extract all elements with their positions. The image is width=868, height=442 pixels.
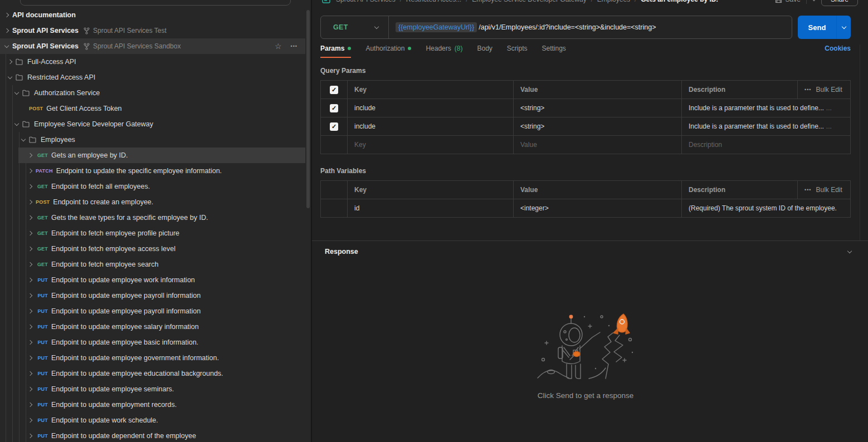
sidebar-folder-item[interactable]: Employees [0, 132, 305, 148]
description-cell[interactable]: Description [681, 136, 850, 154]
chevron-right-icon[interactable] [25, 247, 36, 251]
chevron-right-icon[interactable] [25, 169, 36, 173]
sidebar-scrollbar[interactable] [306, 10, 310, 208]
sidebar-folder-item[interactable]: Restricted Access API [0, 70, 305, 85]
row-checkbox[interactable] [330, 122, 338, 131]
share-button[interactable]: Share [821, 0, 858, 6]
chevron-right-icon[interactable] [25, 356, 36, 360]
more-options-icon[interactable]: ••• [291, 43, 298, 49]
chevron-down-icon[interactable] [18, 139, 29, 141]
chevron-right-icon[interactable] [25, 185, 36, 188]
chevron-right-icon[interactable] [25, 263, 36, 266]
chevron-right-icon[interactable] [25, 403, 36, 406]
sidebar-request-item[interactable]: PUTEndpoint to update employee salary in… [0, 319, 305, 335]
sidebar-request-item[interactable]: PUTEndpoint to update employee work info… [0, 272, 305, 288]
sidebar-folder-item[interactable]: Employee Service Developer Gateway [0, 116, 305, 132]
sidebar-collection-item[interactable]: Sprout API ServicesSprout API Services S… [0, 38, 305, 54]
url-input[interactable]: {{employeeGatewayUrl}} /api/v1/Employees… [389, 22, 792, 32]
chevron-down-icon[interactable] [1, 46, 12, 47]
chevron-right-icon[interactable] [25, 310, 36, 313]
chevron-right-icon[interactable] [1, 13, 12, 17]
description-cell[interactable]: Include is a parameter that is used to d… [681, 117, 850, 135]
sidebar-request-item[interactable]: PUTEndpoint to update employee basic inf… [0, 335, 305, 350]
value-cell[interactable]: Value [513, 136, 681, 154]
value-cell[interactable]: <integer> [513, 199, 681, 217]
sidebar-request-item[interactable]: PUTEndpoint to update employee payroll i… [0, 303, 305, 319]
tab-authorization[interactable]: Authorization [365, 45, 411, 58]
bulk-edit-button[interactable]: •••Bulk Edit [797, 81, 850, 99]
save-options-chevron-icon[interactable] [812, 0, 816, 1]
sidebar-request-item[interactable]: POSTEndpoint to create an employee. [0, 194, 305, 210]
tab-headers[interactable]: Headers(8) [426, 45, 462, 58]
sidebar-request-item[interactable]: GETEndpoint to fetch employee access lev… [0, 241, 305, 257]
chevron-right-icon[interactable] [25, 387, 36, 391]
sidebar-request-item[interactable]: PUTEndpoint to update work schedule. [0, 412, 305, 428]
cookies-link[interactable]: Cookies [825, 45, 851, 52]
sidebar-request-item[interactable]: GETEndpoint to fetch employee profile pi… [0, 225, 305, 241]
chevron-right-icon[interactable] [25, 154, 36, 157]
sidebar-request-item[interactable]: PUTEndpoint to update employee seminars. [0, 381, 305, 397]
row-checkbox[interactable] [330, 104, 338, 112]
key-cell[interactable]: include [347, 117, 513, 135]
sidebar-request-item[interactable]: PUTEndpoint to update employment records… [0, 397, 305, 412]
chevron-right-icon[interactable] [25, 434, 36, 438]
sidebar-collection-item[interactable]: Sprout API ServicesSprout API Services T… [0, 23, 305, 38]
sidebar-request-item[interactable]: PATCHEndpoint to update the specific emp… [0, 163, 305, 179]
chevron-right-icon[interactable] [4, 60, 16, 63]
sidebar-request-item[interactable]: GETGets the leave types for a specific e… [0, 210, 305, 225]
tab-body[interactable]: Body [477, 45, 492, 58]
breadcrumb-segment[interactable]: Employee Service Developer Gateway [472, 0, 586, 3]
chevron-right-icon[interactable] [25, 232, 36, 235]
truncation-ellipsis[interactable]: ... [826, 104, 832, 112]
sidebar-request-item[interactable]: PUTEndpoint to update employee education… [0, 366, 305, 381]
chevron-down-icon[interactable] [11, 124, 22, 125]
chevron-down-icon[interactable] [11, 92, 22, 94]
chevron-right-icon[interactable] [25, 419, 36, 422]
description-cell[interactable]: Include is a parameter that is used to d… [681, 99, 850, 117]
value-cell[interactable]: <string> [513, 117, 681, 135]
key-cell[interactable]: Key [347, 136, 513, 154]
chevron-right-icon[interactable] [25, 278, 36, 282]
key-cell[interactable]: id [347, 199, 513, 217]
method-selector[interactable]: GET [321, 16, 389, 38]
row-select-cell[interactable] [321, 117, 347, 135]
row-select-cell[interactable] [321, 99, 347, 117]
send-button[interactable]: Send [798, 16, 836, 39]
tab-settings[interactable]: Settings [542, 45, 566, 58]
sidebar-request-item[interactable]: POSTGet Client Access Token [0, 101, 305, 116]
response-header[interactable]: Response [312, 241, 868, 262]
chevron-right-icon[interactable] [25, 341, 36, 344]
chevron-right-icon[interactable] [25, 325, 36, 328]
chevron-right-icon[interactable] [25, 372, 36, 375]
sidebar-folder-item[interactable]: Authorization Service [0, 85, 305, 101]
value-cell[interactable]: <string> [513, 99, 681, 117]
select-all-cell[interactable] [321, 81, 347, 99]
save-button[interactable]: Save [775, 0, 801, 3]
chevron-down-icon[interactable] [4, 77, 16, 78]
sidebar-request-item[interactable]: PUTEndpoint to update dependent of the e… [0, 428, 305, 442]
sidebar-request-item[interactable]: GETEndpoint to fetch employee search [0, 257, 305, 272]
sidebar-request-item[interactable]: GETGets an employee by ID. [0, 148, 305, 163]
chevron-right-icon[interactable] [25, 216, 36, 219]
sidebar-search-input[interactable] [20, 0, 291, 6]
select-all-checkbox[interactable] [330, 86, 338, 94]
truncation-ellipsis[interactable]: ... [826, 122, 832, 130]
key-cell[interactable]: include [347, 99, 513, 117]
sidebar-request-item[interactable]: PUTEndpoint to update employee payroll i… [0, 288, 305, 303]
sidebar-item[interactable]: API documentation [0, 7, 305, 23]
star-icon[interactable]: ☆ [275, 42, 282, 50]
tab-scripts[interactable]: Scripts [507, 45, 528, 58]
bulk-edit-button[interactable]: •••Bulk Edit [797, 181, 850, 199]
breadcrumb-segment[interactable]: Employees [597, 0, 630, 3]
breadcrumb-segment[interactable]: Restricted Acces... [406, 0, 461, 3]
sidebar-request-item[interactable]: PUTEndpoint to update employee governmen… [0, 350, 305, 366]
chevron-right-icon[interactable] [25, 200, 36, 204]
sidebar-request-item[interactable]: GETEndpoint to fetch all employees. [0, 179, 305, 194]
tab-params[interactable]: Params [320, 45, 351, 58]
chevron-right-icon[interactable] [25, 294, 36, 297]
description-cell[interactable]: (Required) The sprout system ID of the e… [681, 199, 850, 217]
send-options-button[interactable] [836, 16, 851, 39]
sidebar-folder-item[interactable]: Full-Access API [0, 54, 305, 70]
chevron-right-icon[interactable] [1, 29, 12, 32]
breadcrumb-segment[interactable]: Sprout API Services [336, 0, 396, 3]
